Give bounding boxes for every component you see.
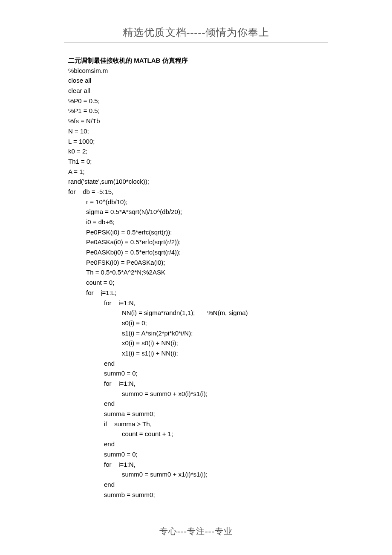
code-line: for i=1:N, xyxy=(68,298,324,308)
code-line: sigma = 0.5*A*sqrt(N)/10^(db/20); xyxy=(68,207,324,217)
code-line: Pe0FSK(i0) = Pe0ASKa(i0); xyxy=(68,257,324,268)
code-line: Pe0ASKa(i0) = 0.5*erfc(sqrt(r/2)); xyxy=(68,237,324,247)
document-page: 精选优质文档-----倾情为你奉上 二元调制最佳接收机的 MATLAB 仿真程序… xyxy=(0,0,392,555)
code-line: s1(i) = A*sin(2*pi*k0*i/N); xyxy=(68,328,324,338)
code-line: rand('state',sum(100*clock)); xyxy=(68,176,324,187)
document-body: 二元调制最佳接收机的 MATLAB 仿真程序 %bicomsim.mclose … xyxy=(68,55,324,500)
code-line: A = 1; xyxy=(68,167,324,177)
page-header: 精选优质文档-----倾情为你奉上 xyxy=(0,26,392,42)
code-listing: %bicomsim.mclose allclear all%P0 = 0.5;%… xyxy=(68,66,324,500)
code-line: %P1 = 0.5; xyxy=(68,106,324,116)
code-line: count = 0; xyxy=(68,278,324,288)
code-line: Th = 0.5*0.5*A^2*N;%2ASK xyxy=(68,267,324,278)
code-line: summ0 = summ0 + x0(i)*s1(i); xyxy=(68,389,324,399)
code-line: x0(i) = s0(i) + NN(i); xyxy=(68,338,324,348)
code-line: i0 = db+6; xyxy=(68,217,324,227)
code-line: end xyxy=(68,358,324,369)
code-line: end xyxy=(68,399,324,409)
code-line: count = count + 1; xyxy=(68,429,324,439)
code-line: k0 = 2; xyxy=(68,146,324,156)
code-line: L = 1000; xyxy=(68,136,324,147)
code-line: Pe0PSK(i0) = 0.5*erfc(sqrt(r)); xyxy=(68,227,324,237)
code-line: summ0 = summ0 + x1(i)*s1(i); xyxy=(68,469,324,480)
document-title: 二元调制最佳接收机的 MATLAB 仿真程序 xyxy=(68,55,324,66)
code-line: Pe0ASKb(i0) = 0.5*erfc(sqrt(r/4)); xyxy=(68,247,324,257)
code-line: if summa > Th, xyxy=(68,419,324,429)
code-line: summa = summ0; xyxy=(68,409,324,419)
code-line: summ0 = 0; xyxy=(68,368,324,379)
code-line: for i=1:N, xyxy=(68,379,324,389)
page-footer: 专心---专注---专业 xyxy=(0,526,392,537)
code-line: end xyxy=(68,439,324,449)
code-line: NN(i) = sigma*randn(1,1); %N(m, sigma) xyxy=(68,308,324,318)
code-line: %P0 = 0.5; xyxy=(68,96,324,106)
code-line: summb = summ0; xyxy=(68,490,324,500)
code-line: close all xyxy=(68,75,324,86)
code-line: N = 10; xyxy=(68,126,324,136)
code-line: summ0 = 0; xyxy=(68,449,324,460)
code-line: for db = -5:15, xyxy=(68,187,324,197)
code-line: r = 10^(db/10); xyxy=(68,197,324,207)
code-line: end xyxy=(68,480,324,490)
code-line: for i=1:N, xyxy=(68,460,324,470)
code-line: %fs = N/Tb xyxy=(68,116,324,126)
code-line: for j=1:L; xyxy=(68,288,324,298)
code-line: %bicomsim.m xyxy=(68,66,324,76)
code-line: clear all xyxy=(68,86,324,96)
code-line: Th1 = 0; xyxy=(68,156,324,167)
header-divider xyxy=(64,42,328,43)
code-line: x1(i) = s1(i) + NN(i); xyxy=(68,348,324,358)
code-line: s0(i) = 0; xyxy=(68,318,324,328)
